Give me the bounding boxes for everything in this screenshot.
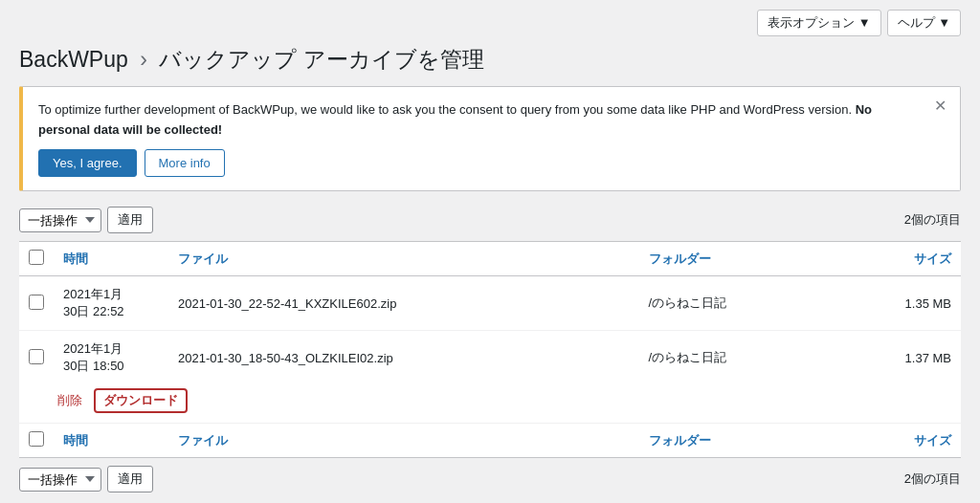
th-time[interactable]: 時間: [54, 242, 168, 276]
table-header-row: 時間 ファイル フォルダー サイズ: [19, 242, 961, 276]
row-file: 2021-01-30_18-50-43_OLZKILEI02.zip: [168, 331, 639, 385]
select-all-footer-checkbox[interactable]: [29, 431, 44, 447]
bottom-bulk-select[interactable]: 一括操作: [19, 468, 101, 492]
select-all-checkbox[interactable]: [29, 250, 44, 265]
top-table-controls: 一括操作 適用 2個の項目: [19, 207, 961, 233]
table-row: 2021年1月 30日 22:52 2021-01-30_22-52-41_KX…: [19, 276, 961, 331]
archive-table: 時間 ファイル フォルダー サイズ 2021年1月 30日 22:52 2021…: [19, 241, 961, 458]
table-row: 2021年1月 30日 18:50 2021-01-30_18-50-43_OL…: [19, 331, 961, 385]
notice-close-button[interactable]: ✕: [932, 97, 948, 116]
row-file: 2021-01-30_22-52-41_KXZKILE602.zip: [168, 276, 639, 331]
top-item-count: 2個の項目: [904, 211, 961, 229]
tf-size[interactable]: サイズ: [832, 424, 961, 458]
tf-folder[interactable]: フォルダー: [639, 424, 832, 458]
table-footer-row: 時間 ファイル フォルダー サイズ: [19, 424, 961, 458]
row-size: 1.35 MB: [832, 276, 961, 331]
page-subtitle: バックアップ アーカイブを管理: [159, 47, 483, 72]
top-bar: 表示オプション ▼ ヘルプ ▼: [19, 10, 961, 36]
bottom-table-controls: 一括操作 適用 2個の項目: [19, 466, 961, 492]
row-checkbox[interactable]: [29, 349, 44, 364]
page-title: BackWPup › バックアップ アーカイブを管理: [19, 46, 961, 75]
th-size[interactable]: サイズ: [832, 242, 961, 276]
notice-box: To optimize further development of BackW…: [19, 86, 961, 192]
row-check-cell: [19, 331, 54, 385]
notice-buttons: Yes, I agree. More info: [38, 149, 922, 177]
th-check: [19, 242, 54, 276]
agree-button[interactable]: Yes, I agree.: [38, 149, 137, 177]
display-options-button[interactable]: 表示オプション ▼: [757, 10, 880, 36]
row-check-cell: [19, 276, 54, 331]
row-folder: /のらねこ日記: [639, 331, 832, 385]
plugin-name: BackWPup: [19, 47, 128, 72]
help-button[interactable]: ヘルプ ▼: [887, 10, 961, 36]
row-size: 1.37 MB: [832, 331, 961, 385]
delete-link[interactable]: 削除: [57, 392, 82, 409]
row-folder: /のらねこ日記: [639, 276, 832, 331]
top-apply-button[interactable]: 適用: [107, 207, 153, 233]
row-checkbox[interactable]: [29, 295, 44, 310]
notice-text: To optimize further development of BackW…: [38, 100, 922, 141]
top-bulk-select[interactable]: 一括操作: [19, 208, 101, 232]
bottom-apply-button[interactable]: 適用: [107, 466, 153, 492]
bottom-item-count: 2個の項目: [904, 470, 961, 488]
page-wrapper: 表示オプション ▼ ヘルプ ▼ BackWPup › バックアップ アーカイブを…: [0, 0, 980, 503]
th-file[interactable]: ファイル: [168, 242, 639, 276]
row-actions-inner: 削除 ダウンロード: [57, 388, 951, 413]
row-actions-cell: 削除 ダウンロード: [19, 384, 961, 424]
title-separator: ›: [140, 47, 147, 72]
download-link[interactable]: ダウンロード: [94, 388, 188, 413]
row-actions-row: 削除 ダウンロード: [19, 384, 961, 424]
th-folder[interactable]: フォルダー: [639, 242, 832, 276]
tf-time[interactable]: 時間: [54, 424, 168, 458]
more-info-button[interactable]: More info: [145, 149, 225, 177]
tf-check: [19, 424, 54, 458]
row-time: 2021年1月 30日 18:50: [54, 331, 168, 385]
tf-file[interactable]: ファイル: [168, 424, 639, 458]
row-time: 2021年1月 30日 22:52: [54, 276, 168, 331]
top-bulk-controls: 一括操作 適用: [19, 207, 153, 233]
bottom-bulk-controls: 一括操作 適用: [19, 466, 153, 492]
